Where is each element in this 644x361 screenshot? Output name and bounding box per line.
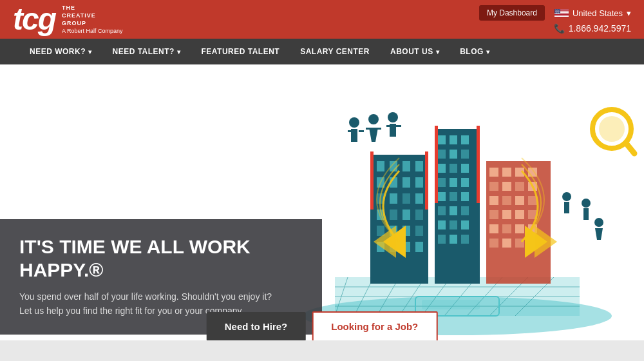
svg-rect-130: [377, 128, 381, 130]
svg-rect-115: [489, 239, 498, 248]
nav-salary-center[interactable]: SALARY CENTER: [290, 39, 380, 64]
svg-rect-105: [515, 196, 524, 205]
svg-rect-136: [564, 202, 569, 213]
svg-rect-108: [502, 210, 511, 219]
svg-rect-129: [366, 128, 370, 130]
svg-rect-112: [502, 224, 511, 233]
svg-rect-94: [486, 161, 551, 284]
us-flag-icon: [554, 9, 569, 17]
svg-rect-113: [515, 224, 524, 233]
hero-illustration: [270, 77, 644, 335]
nav-bar: NEED WORK?▾ NEED TALENT?▾ FEATURED TALEN…: [0, 39, 644, 64]
svg-point-20: [558, 12, 558, 12]
logo-tcg: tcg: [13, 4, 55, 35]
nav-featured-talent[interactable]: FEATURED TALENT: [191, 39, 290, 64]
about-us-chevron-icon: ▾: [436, 48, 440, 55]
svg-point-11: [558, 10, 558, 10]
nav-blog[interactable]: BLOG▾: [450, 39, 500, 64]
svg-rect-80: [438, 192, 446, 201]
phone-row: 📞 1.866.942.5971: [554, 23, 631, 34]
svg-rect-4: [554, 14, 569, 14]
nav-need-work[interactable]: NEED WORK?▾: [19, 39, 102, 64]
svg-rect-69: [450, 135, 457, 144]
svg-rect-70: [461, 135, 469, 144]
svg-point-139: [594, 218, 603, 227]
svg-rect-52: [415, 193, 423, 204]
svg-rect-125: [348, 130, 353, 132]
country-chevron-icon: ▾: [627, 8, 631, 18]
svg-marker-140: [595, 228, 603, 240]
nav-about-us[interactable]: ABOUT US▾: [380, 39, 450, 64]
svg-rect-91: [461, 235, 469, 244]
nav-need-talent[interactable]: NEED TALENT?▾: [102, 39, 191, 64]
svg-rect-84: [450, 206, 457, 215]
svg-point-10: [557, 10, 558, 10]
svg-point-21: [559, 12, 560, 12]
svg-rect-134: [396, 125, 401, 127]
hero-section: IT'S TIME WE ALL WORK HAPPY.® You spend …: [0, 64, 644, 361]
svg-rect-6: [554, 16, 569, 17]
svg-rect-66: [425, 151, 428, 210]
svg-rect-87: [450, 220, 457, 229]
logo-sub: A Robert Half Company: [62, 28, 123, 34]
phone-number[interactable]: 1.866.942.5971: [569, 23, 631, 34]
svg-rect-81: [450, 192, 457, 201]
svg-marker-128: [369, 128, 378, 142]
svg-point-14: [556, 10, 557, 11]
svg-rect-103: [489, 196, 498, 205]
svg-rect-95: [489, 168, 498, 177]
svg-rect-72: [450, 150, 457, 159]
svg-point-25: [558, 12, 559, 13]
svg-rect-96: [502, 168, 511, 177]
phone-icon: 📞: [554, 23, 565, 34]
svg-rect-100: [502, 182, 511, 191]
svg-rect-126: [359, 130, 364, 132]
svg-rect-99: [489, 182, 498, 191]
svg-point-123: [349, 117, 359, 128]
svg-rect-73: [461, 150, 469, 159]
svg-rect-77: [438, 178, 446, 187]
svg-rect-76: [461, 164, 469, 173]
svg-rect-107: [489, 210, 498, 219]
svg-rect-89: [438, 235, 446, 244]
svg-rect-56: [415, 210, 423, 220]
svg-point-19: [557, 12, 558, 12]
svg-rect-54: [390, 210, 397, 220]
svg-rect-65: [370, 151, 374, 210]
svg-point-17: [555, 12, 556, 12]
country-label: United States: [573, 8, 623, 18]
svg-rect-116: [502, 239, 511, 248]
top-bar: tcg THE CREATIVE GROUP A Robert Half Com…: [0, 0, 644, 39]
svg-rect-93: [477, 126, 480, 203]
svg-rect-92: [435, 126, 438, 203]
logo-text: THE CREATIVE GROUP: [62, 5, 123, 27]
my-dashboard-button[interactable]: My Dashboard: [479, 5, 545, 21]
svg-point-16: [558, 10, 559, 11]
top-right: My Dashboard: [479, 5, 631, 34]
country-selector[interactable]: United States ▾: [554, 8, 631, 18]
svg-point-22: [556, 12, 556, 13]
svg-line-143: [626, 143, 634, 153]
svg-rect-51: [402, 193, 410, 204]
svg-rect-71: [438, 150, 446, 159]
svg-rect-48: [415, 177, 423, 188]
svg-rect-85: [461, 206, 469, 215]
svg-point-23: [556, 12, 557, 13]
looking-for-job-button[interactable]: Looking for a Job?: [312, 311, 437, 342]
svg-rect-79: [461, 178, 469, 187]
svg-rect-41: [377, 161, 384, 171]
top-controls: My Dashboard: [479, 5, 631, 21]
svg-point-8: [555, 10, 556, 10]
blog-chevron-icon: ▾: [486, 48, 490, 55]
svg-rect-60: [415, 226, 423, 236]
svg-point-135: [562, 192, 571, 201]
svg-point-12: [559, 10, 560, 10]
svg-rect-64: [415, 242, 423, 252]
need-work-chevron-icon: ▾: [88, 48, 92, 55]
svg-rect-75: [450, 164, 457, 173]
svg-point-9: [556, 10, 556, 10]
svg-rect-57: [377, 226, 384, 236]
svg-point-131: [388, 112, 398, 122]
need-to-hire-button[interactable]: Need to Hire?: [207, 312, 306, 341]
svg-point-18: [556, 12, 556, 12]
